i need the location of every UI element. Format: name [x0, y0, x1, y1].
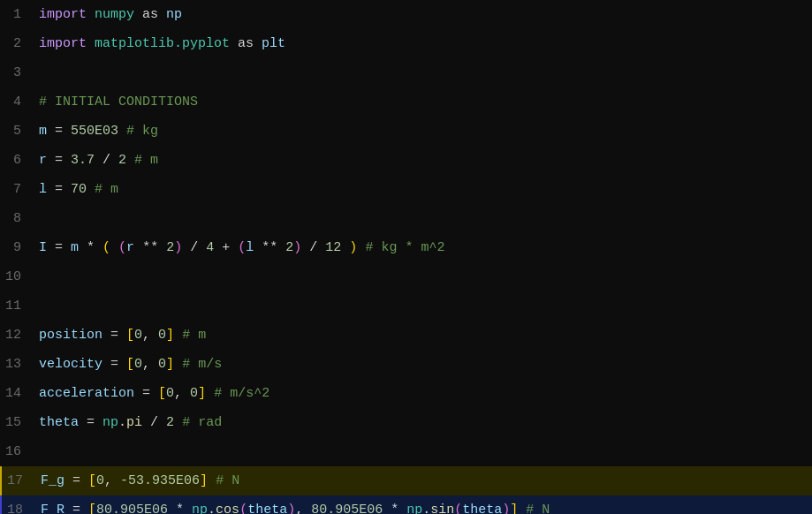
- token-bracket: ]: [510, 503, 518, 514]
- token-white: ,: [104, 473, 120, 488]
- line-number: 4: [0, 87, 35, 117]
- token-number: 0: [158, 357, 166, 372]
- line-13: 13velocity = [0, 0] # m/s: [0, 350, 812, 379]
- code-content: acceleration = [0, 0] # m/s^2: [35, 379, 812, 408]
- token-bracket2: (: [239, 503, 247, 514]
- token-white: as: [238, 36, 254, 51]
- token-mod: numpy: [95, 7, 134, 22]
- line-1: 1import numpy as np: [0, 0, 812, 29]
- token-number: 0: [166, 386, 174, 401]
- token-number: 2: [118, 153, 126, 168]
- token-white: [134, 7, 142, 22]
- token-var: position: [39, 328, 102, 343]
- line-16: 16: [0, 437, 812, 466]
- token-bracket: ]: [166, 328, 174, 343]
- code-content: [35, 262, 812, 291]
- token-white: [110, 240, 118, 255]
- token-white: /: [142, 415, 166, 430]
- line-11: 11: [0, 291, 812, 321]
- line-number: 7: [0, 175, 35, 204]
- line-number: 17: [2, 466, 37, 495]
- token-number: 70: [71, 182, 87, 197]
- token-bracket: [: [126, 357, 134, 372]
- token-comment: # rad: [182, 415, 222, 430]
- token-white: =: [102, 328, 126, 343]
- token-white: /: [182, 240, 206, 255]
- line-number: 9: [0, 233, 35, 262]
- token-var: F_g: [41, 473, 65, 488]
- line-14: 14acceleration = [0, 0] # m/s^2: [0, 379, 812, 408]
- line-6: 6r = 3.7 / 2 # m: [0, 146, 812, 175]
- line-9: 9I = m * ( (r ** 2) / 4 + (l ** 2) / 12 …: [0, 233, 812, 262]
- code-content: [35, 437, 812, 466]
- code-content: m = 550E03 # kg: [35, 117, 812, 146]
- token-comment: # INITIAL CONDITIONS: [39, 94, 198, 110]
- token-bracket2: ): [502, 503, 510, 514]
- token-var: l: [246, 240, 254, 255]
- line-number: 10: [0, 262, 35, 291]
- token-var: l: [39, 182, 47, 197]
- token-comment: # m/s: [182, 357, 222, 372]
- token-white: [174, 357, 182, 372]
- line-number: 8: [0, 204, 35, 233]
- code-content: [35, 204, 812, 233]
- token-number: 12: [325, 240, 341, 255]
- token-number: -53.935E06: [120, 473, 200, 488]
- token-bracket: (: [102, 240, 110, 255]
- line-number: 12: [0, 321, 35, 350]
- token-comment: # kg: [126, 124, 158, 139]
- token-bracket: [: [88, 473, 96, 488]
- token-bracket: ]: [200, 473, 208, 488]
- token-white: **: [134, 240, 166, 255]
- token-bracket: [: [158, 386, 166, 401]
- token-white: =: [47, 124, 71, 139]
- token-white: /: [301, 240, 325, 255]
- token-var: theta: [39, 415, 79, 430]
- token-white: ,: [142, 357, 158, 372]
- code-content: I = m * ( (r ** 2) / 4 + (l ** 2) / 12 )…: [35, 233, 812, 262]
- token-kw: import: [39, 7, 87, 22]
- token-bracket2: ): [174, 240, 182, 255]
- token-white: *: [383, 503, 406, 514]
- token-comment: # m: [134, 153, 158, 168]
- code-content: r = 3.7 / 2 # m: [35, 146, 812, 175]
- token-white: [206, 386, 214, 401]
- token-white: [87, 7, 95, 22]
- token-number: 2: [166, 415, 174, 430]
- token-fn: pi: [126, 415, 142, 430]
- line-15: 15theta = np.pi / 2 # rad: [0, 408, 812, 437]
- token-bracket: ]: [166, 357, 174, 372]
- token-fn: cos: [216, 503, 239, 514]
- token-white: /: [95, 153, 118, 168]
- token-number: 80.905E06: [96, 503, 168, 514]
- line-12: 12position = [0, 0] # m: [0, 321, 812, 350]
- token-white: [158, 7, 166, 22]
- line-number: 14: [0, 379, 35, 408]
- token-white: [87, 36, 95, 51]
- code-content: theta = np.pi / 2 # rad: [35, 408, 812, 437]
- token-np: np: [406, 503, 422, 514]
- line-17: 17F_g = [0, -53.935E06] # N: [0, 466, 812, 495]
- token-white: [126, 153, 134, 168]
- token-number: 0: [158, 328, 166, 343]
- token-var: acceleration: [39, 386, 134, 401]
- token-white: =: [47, 182, 71, 197]
- token-number: 0: [134, 328, 142, 343]
- token-white: ,: [174, 386, 190, 401]
- token-white: =: [102, 357, 126, 372]
- line-3: 3: [0, 58, 812, 87]
- token-white: =: [47, 240, 71, 255]
- token-number: 550E03: [71, 124, 118, 139]
- line-8: 8: [0, 204, 812, 233]
- code-content: [35, 58, 812, 87]
- code-content: l = 70 # m: [35, 175, 812, 204]
- token-white: .: [208, 503, 216, 514]
- line-10: 10: [0, 262, 812, 291]
- line-18: 18F_R = [80.905E06 * np.cos(theta), 80.9…: [0, 495, 812, 514]
- token-number: 80.905E06: [311, 503, 383, 514]
- code-content: position = [0, 0] # m: [35, 321, 812, 350]
- code-content: [35, 291, 812, 321]
- token-bracket: ): [349, 240, 357, 255]
- token-bracket2: ): [287, 503, 295, 514]
- token-bracket2: ): [293, 240, 301, 255]
